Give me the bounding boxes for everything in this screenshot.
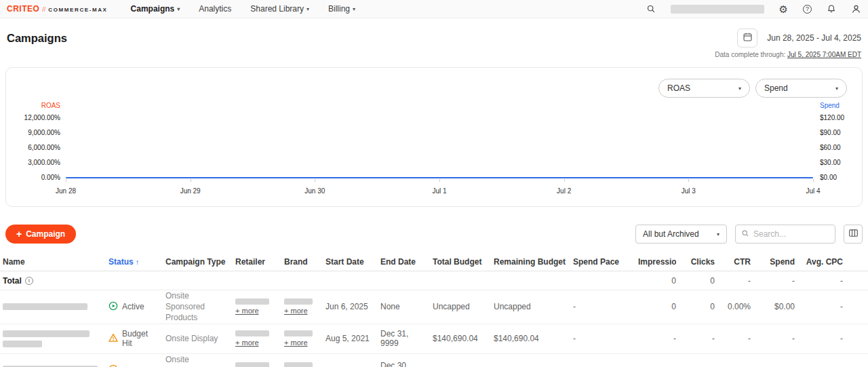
table-search [735, 225, 835, 244]
nav-item-billing[interactable]: Billing ▾ [328, 4, 355, 14]
axis-tick: 3,000.00% [6, 155, 60, 170]
spend-pace: - [573, 334, 638, 343]
info-icon[interactable]: i [25, 277, 33, 285]
status-badge: Budget Hit [108, 329, 165, 348]
help-icon[interactable]: ? [803, 5, 812, 14]
total-impressions: 0 [638, 276, 676, 286]
col-avg-cpc[interactable]: Avg. CPC [795, 257, 843, 267]
col-name[interactable]: Name [0, 257, 108, 267]
redacted-text [284, 298, 313, 305]
col-ctr[interactable]: CTR [715, 257, 751, 267]
axis-tick: 6,000.00% [6, 140, 60, 155]
col-campaign-type[interactable]: Campaign Type [165, 257, 235, 267]
start-date: Jun 6, 2025 [326, 302, 380, 311]
axis-tick: 0.00% [6, 170, 60, 185]
x-axis-label: Jun 30 [304, 187, 325, 195]
status-filter-select[interactable]: All but Archived ▾ [635, 225, 727, 244]
retailer-more-link[interactable]: + more [235, 339, 259, 347]
date-range-value[interactable]: Jun 28, 2025 - Jul 4, 2025 [767, 33, 861, 43]
plus-icon: + [16, 229, 22, 239]
new-campaign-button[interactable]: + Campaign [5, 225, 76, 244]
criteo-logo[interactable]: CRITEO // COMMERCE-MAX [7, 4, 108, 14]
col-end-date[interactable]: End Date [380, 257, 433, 267]
col-impressions[interactable]: Impressions [638, 257, 676, 267]
remaining-budget: Uncapped [494, 302, 573, 311]
chevron-down-icon: ▾ [835, 85, 838, 92]
search-icon [741, 228, 749, 240]
data-complete-link[interactable]: Jul 5, 2025 7:00AM EDT [787, 51, 861, 58]
x-axis-label: Jun 29 [180, 187, 201, 195]
nav-item-shared-library[interactable]: Shared Library ▾ [250, 4, 309, 14]
account-icon[interactable] [851, 4, 861, 14]
col-start-date[interactable]: Start Date [326, 257, 380, 267]
chart-plot-area: Jun 28 Jun 29 Jun 30 Jul 1 Jul 2 Jul 3 J… [66, 68, 813, 206]
status-filter-value: All but Archived [643, 229, 699, 239]
brand-more-link[interactable]: + more [284, 307, 308, 315]
table-search-input[interactable] [753, 229, 829, 239]
redacted-text [235, 362, 269, 367]
campaigns-table: Name Status ↑ Campaign Type Retailer Bra… [0, 253, 868, 367]
nav-item-label: Billing [328, 4, 350, 14]
ctr: - [715, 334, 751, 343]
axis-tick: $90.00 [820, 125, 862, 140]
col-spend[interactable]: Spend [751, 257, 795, 267]
x-axis-label: Jul 3 [682, 187, 696, 195]
col-total-budget[interactable]: Total Budget [433, 257, 494, 267]
spend-series-line [66, 177, 813, 178]
spend: - [751, 334, 795, 343]
gear-icon[interactable]: ⚙ [779, 4, 788, 14]
columns-button[interactable] [844, 225, 863, 244]
chevron-down-icon: ▾ [177, 6, 180, 12]
nav-item-analytics[interactable]: Analytics [199, 4, 231, 14]
clicks: 0 [676, 302, 715, 311]
col-status[interactable]: Status ↑ [108, 257, 165, 267]
page-header: Campaigns Jun 28, 2025 - Jul 4, 2025 [7, 28, 861, 48]
campaign-name-link[interactable] [3, 330, 103, 347]
end-date: Dec 31, 9999 [380, 329, 433, 348]
col-retailer[interactable]: Retailer [235, 257, 284, 267]
total-spend: - [751, 276, 795, 286]
redacted-text [3, 303, 87, 310]
logo-separator: // [42, 6, 45, 13]
brand-more-link[interactable]: + more [284, 339, 308, 347]
top-navbar: CRITEO // COMMERCE-MAX Campaigns ▾ Analy… [0, 0, 868, 18]
help-glyph: ? [803, 5, 812, 14]
table-row: Active Onsite Sponsored Products + more … [0, 290, 868, 324]
new-campaign-label: Campaign [26, 229, 65, 239]
total-ctr: - [715, 276, 751, 286]
table-row: Budget Hit Onsite Display + more + more … [0, 324, 868, 354]
calendar-button[interactable] [737, 28, 757, 47]
col-remaining-budget[interactable]: Remaining Budget [494, 257, 573, 267]
chevron-down-icon: ▾ [353, 6, 355, 12]
brand-cell: + more [284, 330, 326, 347]
redacted-text [284, 362, 313, 367]
col-spend-pace[interactable]: Spend Pace [573, 257, 638, 267]
retailer-cell: + more [235, 330, 284, 347]
date-range-picker: Jun 28, 2025 - Jul 4, 2025 [737, 28, 861, 47]
left-axis-title: ROAS [6, 102, 60, 109]
clicks: - [676, 334, 715, 343]
impressions: 0 [638, 302, 676, 311]
campaign-type: Onsite Display [165, 333, 235, 344]
axis-tick: 12,000.00% [6, 111, 60, 125]
performance-chart-card: ROAS ▾ Spend ▾ ROAS Spend 12,000.00% 9,0… [5, 67, 863, 207]
brand-cell: + more [284, 298, 326, 315]
calendar-icon [743, 32, 753, 45]
axis-tick: $0.00 [820, 170, 862, 185]
logo-product-text: COMMERCE-MAX [48, 7, 107, 13]
global-search-field-redacted[interactable] [671, 5, 764, 14]
col-clicks[interactable]: Clicks [676, 257, 715, 267]
bell-icon[interactable] [827, 4, 836, 14]
search-icon[interactable] [646, 4, 656, 14]
redacted-text [235, 330, 269, 336]
campaign-name-link[interactable] [3, 303, 103, 310]
redacted-text [3, 341, 42, 347]
spend: $0.00 [751, 302, 795, 311]
right-axis-title: Spend [813, 102, 862, 109]
nav-item-campaigns[interactable]: Campaigns ▾ [131, 4, 180, 14]
col-brand[interactable]: Brand [284, 257, 326, 267]
left-axis-ticks: 12,000.00% 9,000.00% 6,000.00% 3,000.00%… [6, 111, 60, 185]
nav-item-label: Shared Library [250, 4, 304, 14]
retailer-more-link[interactable]: + more [235, 307, 259, 315]
status-scheduled-icon [108, 364, 118, 367]
